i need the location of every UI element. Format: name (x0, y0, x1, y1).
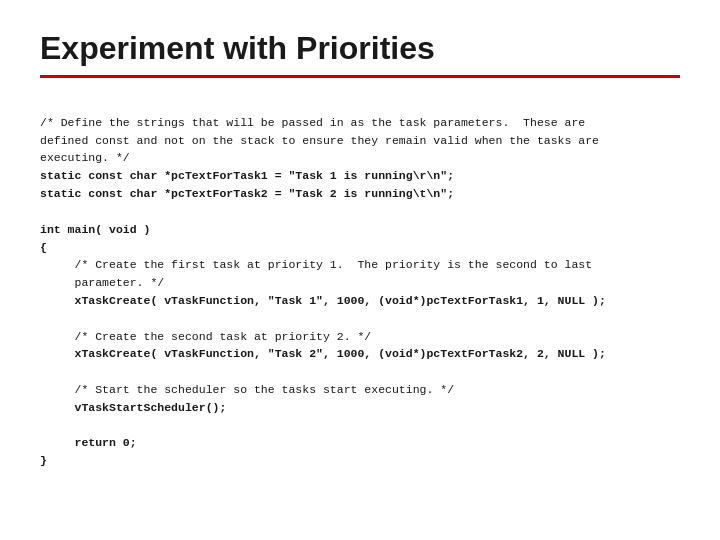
code-line-7: int main( void ) (40, 223, 150, 236)
code-line-14: xTaskCreate( vTaskFunction, "Task 2", 10… (40, 347, 606, 360)
title-underline (40, 75, 680, 78)
code-line-5: static const char *pcTextForTask2 = "Tas… (40, 187, 454, 200)
slide-title: Experiment with Priorities (40, 30, 680, 67)
code-line-19: return 0; (40, 436, 137, 449)
code-line-13: /* Create the second task at priority 2.… (40, 330, 371, 343)
code-line-20: } (40, 454, 47, 467)
code-line-16: /* Start the scheduler so the tasks star… (40, 383, 454, 396)
code-line-11: xTaskCreate( vTaskFunction, "Task 1", 10… (40, 294, 606, 307)
code-line-1: /* Define the strings that will be passe… (40, 116, 599, 165)
code-line-17: vTaskStartScheduler(); (40, 401, 226, 414)
code-line-9: /* Create the first task at priority 1. … (40, 258, 592, 289)
code-block: /* Define the strings that will be passe… (40, 96, 680, 488)
code-line-4: static const char *pcTextForTask1 = "Tas… (40, 169, 454, 182)
code-line-8: { (40, 241, 47, 254)
slide: Experiment with Priorities /* Define the… (0, 0, 720, 540)
